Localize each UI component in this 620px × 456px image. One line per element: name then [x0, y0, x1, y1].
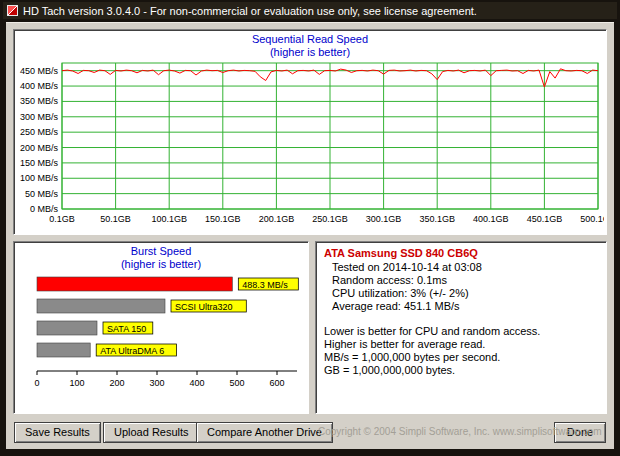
svg-text:300: 300: [149, 378, 164, 388]
svg-text:500.1GB: 500.1GB: [580, 214, 604, 224]
svg-text:0.1GB: 0.1GB: [49, 214, 75, 224]
svg-text:50 MB/s: 50 MB/s: [25, 189, 59, 199]
svg-text:350 MB/s: 350 MB/s: [20, 96, 59, 106]
svg-text:300 MB/s: 300 MB/s: [20, 112, 59, 122]
drive-info-panel: ATA Samsung SSD 840 CB6Q Tested on 2014-…: [315, 241, 607, 414]
info-note-gb: GB = 1,000,000,000 bytes.: [324, 364, 598, 377]
svg-text:100 MB/s: 100 MB/s: [20, 173, 59, 183]
hdtach-app-icon: [7, 5, 18, 16]
info-note-read: Higher is better for average read.: [324, 338, 598, 351]
svg-text:488.3 MB/s: 488.3 MB/s: [242, 280, 288, 290]
svg-text:450 MB/s: 450 MB/s: [20, 66, 59, 76]
info-note-mbs: MB/s = 1,000,000 bytes per second.: [324, 351, 598, 364]
burst-chart-subtitle: (higher is better): [14, 258, 308, 271]
save-results-button[interactable]: Save Results: [14, 422, 101, 443]
titlebar: HD Tach version 3.0.4.0 - For non-commer…: [3, 2, 617, 19]
svg-text:300.1GB: 300.1GB: [366, 214, 402, 224]
info-average-read: Average read: 451.1 MB/s: [324, 300, 598, 313]
burst-speed-panel: Burst Speed (higher is better) 488.3 MB/…: [13, 241, 309, 414]
drive-name: ATA Samsung SSD 840 CB6Q: [324, 247, 598, 260]
hdtach-window: { "window": { "title": "HD Tach version …: [0, 0, 620, 456]
svg-text:600: 600: [269, 378, 284, 388]
sequential-chart-subtitle: (higher is better): [14, 46, 606, 59]
info-note-cpu: Lower is better for CPU and random acces…: [324, 325, 598, 338]
svg-text:ATA UltraDMA 6: ATA UltraDMA 6: [100, 346, 164, 356]
burst-chart-title: Burst Speed: [14, 242, 308, 258]
info-random-access: Random access: 0.1ms: [324, 274, 598, 287]
sequential-read-chart: 450 MB/s400 MB/s350 MB/s300 MB/s250 MB/s…: [16, 59, 604, 229]
compare-another-drive-button[interactable]: Compare Another Drive: [196, 422, 333, 443]
svg-text:0: 0: [34, 378, 39, 388]
svg-text:250 MB/s: 250 MB/s: [20, 127, 59, 137]
info-tested-on: Tested on 2014-10-14 at 03:08: [324, 261, 598, 274]
svg-text:200: 200: [109, 378, 124, 388]
upload-results-button[interactable]: Upload Results: [103, 422, 200, 443]
copyright-watermark: Copyright © 2004 Simpli Software, Inc. w…: [318, 426, 602, 437]
svg-text:350.1GB: 350.1GB: [419, 214, 455, 224]
client-area: Sequential Read Speed (higher is better)…: [6, 22, 614, 449]
svg-text:100.1GB: 100.1GB: [151, 214, 187, 224]
svg-text:50.1GB: 50.1GB: [100, 214, 131, 224]
svg-text:150.1GB: 150.1GB: [205, 214, 241, 224]
info-cpu-utilization: CPU utilization: 3% (+/- 2%): [324, 287, 598, 300]
svg-text:400: 400: [189, 378, 204, 388]
svg-text:200.1GB: 200.1GB: [259, 214, 295, 224]
sequential-read-panel: Sequential Read Speed (higher is better)…: [13, 29, 607, 235]
info-spacer: [324, 313, 598, 325]
burst-speed-chart: 488.3 MB/sSCSI Ultra320SATA 150ATA Ultra…: [17, 271, 305, 409]
svg-text:SCSI Ultra320: SCSI Ultra320: [175, 302, 233, 312]
svg-text:250.1GB: 250.1GB: [312, 214, 348, 224]
svg-text:400.1GB: 400.1GB: [473, 214, 509, 224]
svg-text:500: 500: [229, 378, 244, 388]
svg-text:SATA 150: SATA 150: [107, 324, 146, 334]
svg-text:450.1GB: 450.1GB: [527, 214, 563, 224]
window-title: HD Tach version 3.0.4.0 - For non-commer…: [23, 5, 477, 17]
svg-text:100: 100: [69, 378, 84, 388]
svg-text:0 MB/s: 0 MB/s: [30, 204, 59, 214]
sequential-chart-title: Sequential Read Speed: [14, 30, 606, 46]
svg-text:150 MB/s: 150 MB/s: [20, 158, 59, 168]
svg-text:200 MB/s: 200 MB/s: [20, 143, 59, 153]
svg-text:400 MB/s: 400 MB/s: [20, 81, 59, 91]
